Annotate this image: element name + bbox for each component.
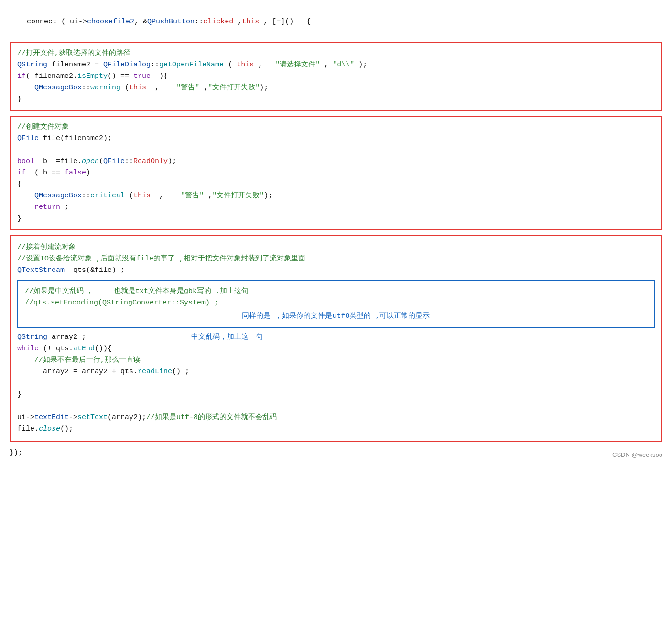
block2-line4: if ( b == false): [17, 167, 655, 179]
block3-blank1: [17, 378, 655, 389]
block1-comment: //打开文件,获取选择的文件的路径: [17, 48, 655, 59]
block2-line8: }: [17, 213, 655, 225]
block3-blue-box: //如果是中文乱码 , 也就是txt文件本身是gbk写的 ,加上这句 //qts…: [17, 280, 655, 328]
footer-credit: CSDN @weeksoo: [612, 450, 662, 460]
block3-line5: array2 = array2 + qts.readLine() ;: [17, 366, 655, 378]
block1-red-box: //打开文件,获取选择的文件的路径 QString filename2 = QF…: [10, 42, 662, 111]
block3-comment3: //如果不在最后一行,那么一直读: [17, 355, 655, 366]
block2-line3: bool b =file.open(QFile::ReadOnly);: [17, 156, 655, 167]
blue-comment1: //如果是中文乱码 , 也就是txt文件本身是gbk写的 ,加上这句: [25, 286, 647, 297]
block3-line2: QString array2 ; 中文乱码，加上这一句: [17, 332, 655, 343]
block2-red-box: //创建文件对象 QFile file(filename2); bool b =…: [10, 116, 662, 230]
block3-line3: while (! qts.atEnd()){: [17, 343, 655, 355]
block2-comment: //创建文件对象: [17, 121, 655, 133]
block3-line10: file.close();: [17, 423, 655, 435]
blue-note: 同样的是 ，如果你的文件是utf8类型的 ,可以正常的显示: [242, 312, 430, 320]
code-container: connect ( ui->choosefile2, &QPushButton:…: [10, 5, 662, 460]
block3-line7: }: [17, 389, 655, 401]
blue-comment2: //qts.setEncoding(QStringConverter::Syst…: [25, 297, 647, 309]
footer-line: }); CSDN @weeksoo: [10, 446, 662, 460]
block3-line9: ui->textEdit->setText(array2);//如果是utf-8…: [17, 412, 655, 423]
block1-line3: QMessageBox::warning (this , "警告" ,"文件打开…: [17, 82, 655, 94]
block2-line7: return ;: [17, 202, 655, 213]
block2-line1: QFile file(filename2);: [17, 133, 655, 144]
block3-blank2: [17, 401, 655, 412]
block1-line1: QString filename2 = QFileDialog::getOpen…: [17, 59, 655, 71]
block3-note2: 中文乱码，加上这一句: [191, 332, 263, 343]
block2-line5: {: [17, 179, 655, 190]
block3-comment1: //接着创建流对象: [17, 242, 655, 253]
block1-line2: if( filename2.isEmpty() == true ){: [17, 71, 655, 82]
block3-red-box: //接着创建流对象 //设置IO设备给流对象 ,后面就没有file的事了 ,相对…: [10, 235, 662, 442]
block2-line6: QMessageBox::critical (this , "警告" ,"文件打…: [17, 190, 655, 202]
block3-comment2: //设置IO设备给流对象 ,后面就没有file的事了 ,相对于把文件对象封装到了…: [17, 253, 655, 265]
block3-line1: QTextStream qts(&file) ;: [17, 265, 655, 276]
block1-line4: }: [17, 94, 655, 105]
block2-blank1: [17, 144, 655, 156]
header-line: connect ( ui->choosefile2, &QPushButton:…: [10, 5, 662, 39]
